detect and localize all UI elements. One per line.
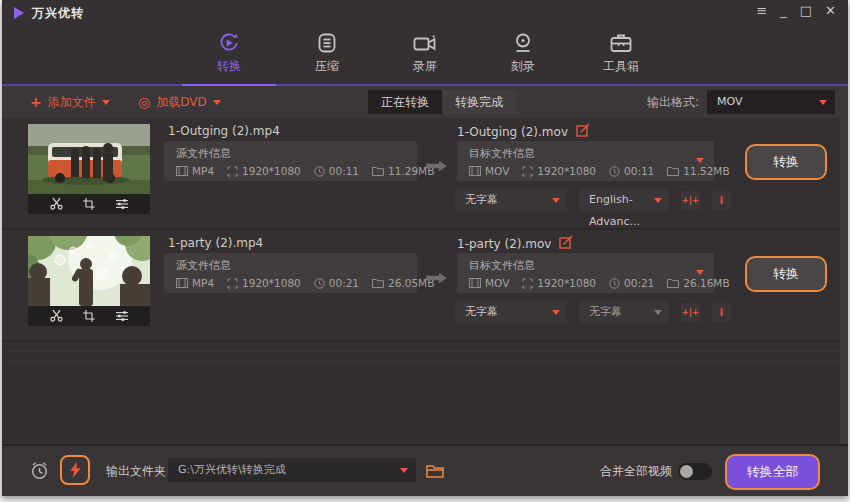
output-format-select[interactable]: MOV: [707, 90, 835, 114]
film-icon: [176, 278, 188, 288]
folder-open-icon: [426, 464, 444, 478]
chevron-down-icon: [400, 468, 408, 473]
track-options: 无字幕 无字幕 +|+ i: [455, 301, 731, 323]
clock-icon: [609, 278, 620, 289]
target-name-row: 1-Outging (2).mov: [457, 123, 590, 140]
tab-toolbox[interactable]: 工具箱: [588, 26, 654, 84]
folder-icon: [667, 166, 679, 176]
dvd-icon: ◎: [138, 95, 150, 109]
film-icon: [469, 278, 481, 288]
chevron-down-icon[interactable]: [696, 270, 704, 275]
duration-value: 00:11: [314, 165, 359, 177]
tab-burn[interactable]: 刻录: [490, 26, 556, 84]
source-file-name: 1-party (2).mp4: [168, 236, 263, 250]
output-path-select[interactable]: G:\万兴优转\转换完成: [168, 458, 416, 482]
crop-icon[interactable]: [83, 195, 95, 214]
effects-icon[interactable]: [115, 195, 129, 214]
add-files-label: 添加文件: [48, 94, 96, 111]
convert-all-button[interactable]: 转换全部: [725, 454, 820, 490]
subtitle-select[interactable]: 无字幕: [455, 301, 567, 323]
scrollbar[interactable]: [840, 118, 848, 444]
clock-icon: [314, 166, 325, 177]
filter-converting[interactable]: 正在转换: [368, 90, 442, 114]
filter-finished[interactable]: 转换完成: [442, 90, 516, 114]
film-icon: [469, 166, 481, 176]
file-row: 1-party (2).mp4 源文件信息 MP4 1920*1080: [2, 230, 848, 342]
titlebar: 万兴优转 ≡ _ □ ✕: [2, 0, 848, 26]
resolution-value: 1920*1080: [227, 165, 301, 177]
chevron-down-icon: [654, 198, 662, 203]
chevron-down-icon[interactable]: [102, 100, 110, 105]
high-speed-button[interactable]: [60, 455, 90, 485]
app-logo-icon: [14, 7, 24, 19]
trim-icon[interactable]: [50, 195, 63, 214]
tab-screen-record[interactable]: 录屏: [392, 26, 458, 84]
chevron-down-icon: [654, 310, 662, 315]
chevron-down-icon[interactable]: [213, 100, 221, 105]
load-dvd-label: 加载DVD: [156, 94, 206, 111]
info-button[interactable]: i: [712, 191, 731, 210]
close-icon[interactable]: ✕: [825, 3, 836, 19]
convert-button[interactable]: 转换: [745, 256, 827, 292]
format-value: MOV: [469, 165, 509, 177]
video-thumbnail[interactable]: [28, 236, 150, 326]
app-title: 万兴优转: [32, 5, 84, 22]
apply-to-all-button[interactable]: +|+: [681, 191, 700, 210]
convert-button[interactable]: 转换: [745, 144, 827, 180]
chevron-down-icon: [552, 198, 560, 203]
tab-toolbox-label: 工具箱: [603, 58, 639, 75]
maximize-icon[interactable]: □: [800, 3, 812, 19]
source-info-title: 源文件信息: [164, 141, 417, 161]
screen-record-icon: [413, 31, 437, 55]
tab-screen-record-label: 录屏: [413, 58, 437, 75]
output-format-label: 输出格式:: [647, 94, 699, 111]
audio-track-select[interactable]: 无字幕: [579, 301, 669, 323]
crop-icon[interactable]: [83, 307, 95, 326]
load-dvd-button[interactable]: ◎ 加载DVD: [138, 86, 221, 118]
arrow-right-icon: [426, 269, 448, 288]
tab-convert[interactable]: 转换: [196, 26, 262, 84]
output-format-value: MOV: [717, 95, 742, 108]
minimize-icon[interactable]: _: [780, 3, 787, 19]
tab-compress[interactable]: 压缩: [294, 26, 360, 84]
edit-icon[interactable]: [576, 123, 590, 140]
source-info-panel: 源文件信息 MP4 1920*1080: [164, 141, 417, 181]
chevron-down-icon: [819, 100, 827, 105]
add-files-button[interactable]: + 添加文件: [30, 86, 110, 118]
duration-value: 00:21: [609, 277, 654, 289]
format-value: MP4: [176, 277, 214, 289]
status-filter: 正在转换 转换完成: [368, 90, 516, 114]
chevron-down-icon: [552, 310, 560, 315]
chevron-down-icon[interactable]: [696, 158, 704, 163]
filesize-value: 26.16MB: [667, 277, 729, 289]
toolbar: + 添加文件 ◎ 加载DVD 正在转换 转换完成 输出格式: MOV: [2, 86, 848, 118]
schedule-icon[interactable]: [29, 460, 50, 485]
effects-icon[interactable]: [115, 307, 129, 326]
burn-icon: [512, 31, 534, 55]
info-button[interactable]: i: [712, 303, 731, 322]
edit-icon[interactable]: [559, 235, 573, 252]
audio-track-select[interactable]: English-Advanc...: [579, 189, 669, 211]
target-info-panel: 目标文件信息 MOV 1920*1080: [457, 141, 714, 181]
menu-icon[interactable]: ≡: [756, 3, 767, 19]
header: 万兴优转 ≡ _ □ ✕ 转换: [2, 0, 848, 86]
clock-icon: [314, 278, 325, 289]
merge-videos-toggle[interactable]: [678, 463, 712, 480]
folder-icon: [372, 278, 384, 288]
tab-burn-label: 刻录: [511, 58, 535, 75]
tab-convert-label: 转换: [217, 58, 241, 75]
video-thumbnail[interactable]: [28, 124, 150, 214]
resolution-value: 1920*1080: [522, 165, 596, 177]
track-options: 无字幕 English-Advanc... +|+ i: [455, 189, 731, 211]
subtitle-select[interactable]: 无字幕: [455, 189, 567, 211]
format-value: MP4: [176, 165, 214, 177]
thumbnail-toolbar: [28, 306, 150, 326]
thumbnail-image-party: [28, 236, 150, 306]
target-name-row: 1-party (2).mov: [457, 235, 573, 252]
thumbnail-image-van: [28, 124, 150, 194]
open-folder-button[interactable]: [426, 463, 444, 482]
output-format: 输出格式: MOV: [647, 90, 835, 114]
trim-icon[interactable]: [50, 307, 63, 326]
apply-to-all-button[interactable]: +|+: [681, 303, 700, 322]
target-info-title: 目标文件信息: [457, 141, 714, 161]
